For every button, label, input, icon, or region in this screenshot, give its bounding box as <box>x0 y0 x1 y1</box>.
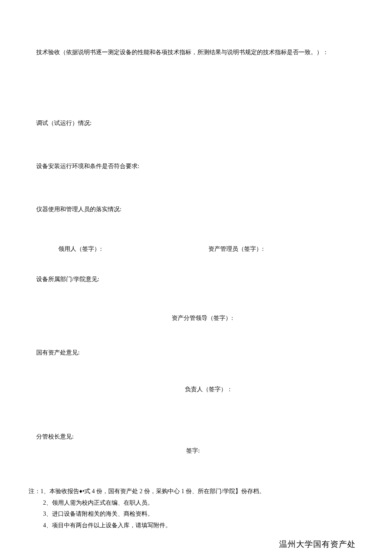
note-line-2-text: 2、领用人需为校内正式在编、在职人员。 <box>43 500 153 506</box>
note-line-4: 4、项目中有两台件以上设备入库，请填写附件。 <box>43 520 356 532</box>
note-line-3: 3、进口设备请附相关的海关、商检资料。 <box>43 509 356 520</box>
note-line-2: 2、领用人需为校内正式在编、在职人员。 <box>43 497 356 509</box>
note-line-1: 注：1、本验收报告♦•式 4 份，国有资产处 2 份，采购中心 1 份、所在部门… <box>29 486 356 497</box>
section-environment: 设备安装运行环境和条件是否符合要求: <box>36 162 356 171</box>
section-vice-principal-opinion: 分管校长意见: <box>36 432 356 441</box>
signature-asset-manager-label: 资产管理员（签字）: <box>208 246 264 252</box>
note-line-4-text: 4、项目中有两台件以上设备入库，请填写附件。 <box>43 522 171 529</box>
section-technical-acceptance-text: 技术验收（依据说明书逐一测定设备的性能和各项技术指标，所测结果与说明书规定的技术… <box>36 49 329 55</box>
signature-vice-principal: 签字: <box>36 446 356 455</box>
section-state-asset-opinion: 国有资产处意见: <box>36 348 356 357</box>
note-line-3-text: 3、进口设备请附相关的海关、商检资料。 <box>43 511 153 517</box>
section-department-opinion-text: 设备所属部门/学院意见: <box>36 276 99 282</box>
signature-vice-principal-label: 签字: <box>186 447 200 454</box>
footer-organization-text: 温州大学国有资产处 <box>279 540 356 549</box>
section-state-asset-opinion-text: 国有资产处意见: <box>36 349 80 356</box>
document-body: 技术验收（依据说明书逐一测定设备的性能和各项技术指标，所测结果与说明书规定的技术… <box>0 0 392 551</box>
signature-responsible-person: 负责人（签字）： <box>36 385 356 394</box>
footer-organization: 温州大学国有资产处 <box>36 539 356 551</box>
section-technical-acceptance: 技术验收（依据说明书逐一测定设备的性能和各项技术指标，所测结果与说明书规定的技术… <box>36 48 356 57</box>
section-vice-principal-opinion-text: 分管校长意见: <box>36 433 74 440</box>
signature-recipient-label: 领用人（签字）: <box>58 246 102 252</box>
section-department-opinion: 设备所属部门/学院意见: <box>36 275 356 284</box>
signature-row: 领用人（签字）: 资产管理员（签字）: <box>36 244 356 253</box>
signature-recipient: 领用人（签字）: <box>58 244 102 253</box>
signature-asset-leader-label: 资产分管领导（签字）: <box>172 315 233 321</box>
section-personnel-text: 仪器使用和管理人员的落实情况: <box>36 206 121 212</box>
signature-asset-leader: 资产分管领导（签字）: <box>36 314 356 323</box>
signature-responsible-person-label: 负责人（签字）： <box>185 386 233 392</box>
section-debugging-text: 调试（试运行）情况: <box>36 120 92 126</box>
section-personnel: 仪器使用和管理人员的落实情况: <box>36 205 356 214</box>
section-environment-text: 设备安装运行环境和条件是否符合要求: <box>36 163 139 169</box>
section-debugging: 调试（试运行）情况: <box>36 119 356 128</box>
notes-block: 注：1、本验收报告♦•式 4 份，国有资产处 2 份，采购中心 1 份、所在部门… <box>36 486 356 531</box>
signature-asset-manager: 资产管理员（签字）: <box>208 244 264 253</box>
note-line-1-text: 注：1、本验收报告♦•式 4 份，国有资产处 2 份，采购中心 1 份、所在部门… <box>29 488 265 494</box>
